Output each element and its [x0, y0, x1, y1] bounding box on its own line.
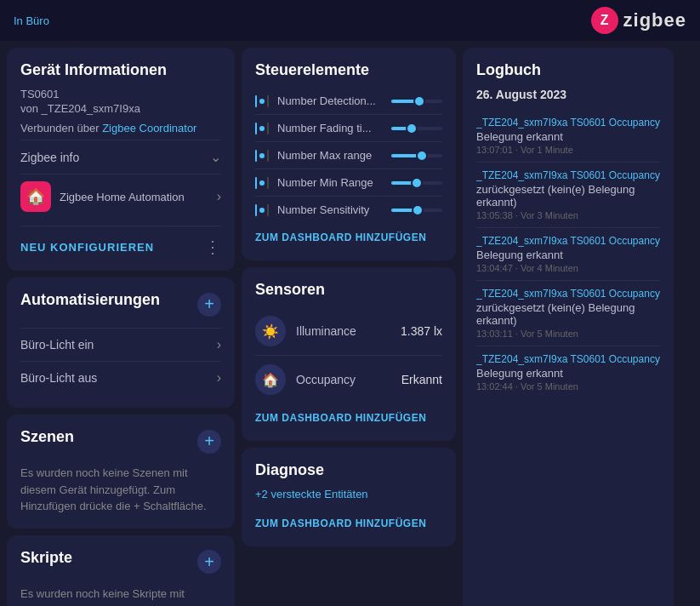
add-szene-button[interactable]: + [197, 430, 221, 454]
szenen-title: Szenen [20, 428, 74, 446]
steuerelemente-card: Steuerelemente Number Detection... Nu [242, 48, 456, 260]
device-via: von _TZE204_sxm7I9xa [20, 102, 221, 115]
logbuch-title: Logbuch [476, 61, 660, 79]
slider-icon-2 [255, 123, 269, 134]
zigbee-home-row[interactable]: 🏠 Zigbee Home Automation › [20, 174, 221, 219]
sensor-name-1: Illuminance [296, 324, 390, 338]
sensoren-card: Sensoren ☀️ Illuminance 1.387 lx 🏠 Occup… [242, 267, 456, 441]
slider-label-1: Number Detection... [277, 94, 383, 107]
log-event-2: zurückgesetzt (kein(e) Belegung erkannt) [476, 183, 660, 209]
sensor-dashboard-button[interactable]: ZUM DASHBOARD HINZUFÜGEN [255, 403, 426, 427]
slider-track-wrap-1[interactable] [391, 100, 442, 103]
log-entry-5: _TZE204_sxm7I9xa TS0601 Occupancy Belegu… [476, 346, 660, 398]
log-event-5: Belegung erkannt [476, 367, 660, 380]
add-skript-button[interactable]: + [197, 550, 221, 574]
auto-item-1-label: Büro-Licht ein [20, 338, 94, 352]
slider-row-2[interactable]: Number Fading ti... [255, 115, 442, 142]
chevron-right-icon: › [217, 370, 221, 386]
log-entry-1: _TZE204_sxm7I9xa TS0601 Occupancy Belegu… [476, 110, 660, 163]
szenen-card: Szenen + Es wurden noch keine Szenen mit… [7, 414, 235, 529]
log-event-1: Belegung erkannt [476, 130, 660, 143]
sensor-name-2: Occupancy [296, 373, 391, 386]
skripte-header: Skripte + [20, 549, 221, 575]
connected-via-label: Verbunden über Zigbee Coordinator [20, 122, 221, 134]
szenen-empty-text: Es wurden noch keine Szenen mit diesem G… [20, 465, 221, 515]
log-time-2: 13:05:38 · Vor 3 Minuten [476, 210, 660, 220]
logbuch-card: Logbuch 26. August 2023 _TZE204_sxm7I9xa… [463, 48, 674, 606]
log-scroll[interactable]: _TZE204_sxm7I9xa TS0601 Occupancy Belegu… [476, 110, 660, 606]
log-device-5: _TZE204_sxm7I9xa TS0601 Occupancy [476, 353, 660, 365]
log-event-3: Belegung erkannt [476, 249, 660, 261]
log-time-3: 13:04:47 · Vor 4 Minuten [476, 263, 660, 273]
top-bar: In Büro Z zigbee [0, 0, 700, 41]
add-automation-button[interactable]: + [197, 293, 221, 317]
log-device-1: _TZE204_sxm7I9xa TS0601 Occupancy [476, 117, 660, 129]
slider-track-wrap-3[interactable] [391, 154, 442, 157]
sensor-value-1: 1.387 lx [401, 324, 442, 338]
slider-row-1[interactable]: Number Detection... [255, 88, 442, 115]
slider-row-4[interactable]: Number Min Range [255, 169, 442, 197]
slider-label-4: Number Min Range [277, 176, 383, 189]
slider-icon-5 [255, 204, 269, 216]
steuer-dashboard-button[interactable]: ZUM DASHBOARD HINZUFÜGEN [255, 223, 426, 247]
slider-track-wrap-4[interactable] [391, 181, 442, 185]
skripte-title: Skripte [20, 549, 72, 567]
slider-label-3: Number Max range [277, 149, 383, 162]
neu-konfig-row: NEU KONFIGURIEREN ⋮ [20, 226, 221, 257]
auto-item-2[interactable]: Büro-Licht aus › [20, 361, 221, 394]
log-device-2: _TZE204_sxm7I9xa TS0601 Occupancy [476, 169, 660, 181]
log-entry-4: _TZE204_sxm7I9xa TS0601 Occupancy zurück… [476, 281, 660, 346]
diagnose-title: Diagnose [255, 461, 442, 479]
slider-label-2: Number Fading ti... [277, 122, 383, 134]
device-info-title: Gerät Informationen [20, 61, 221, 79]
occupancy-icon: 🏠 [255, 364, 286, 395]
log-event-4: zurückgesetzt (kein(e) Belegung erkannt) [476, 301, 660, 327]
location-label: In Büro [14, 14, 49, 27]
log-time-1: 13:07:01 · Vor 1 Minute [476, 145, 660, 155]
steuerelemente-title: Steuerelemente [255, 61, 442, 79]
slider-track-wrap-2[interactable] [391, 127, 442, 130]
chevron-right-icon: › [217, 337, 221, 352]
slider-label-5: Number Sensitivity [277, 203, 383, 216]
log-device-3: _TZE204_sxm7I9xa TS0601 Occupancy [476, 235, 660, 247]
auto-item-2-label: Büro-Licht aus [20, 371, 97, 385]
logbuch-date: 26. August 2023 [476, 88, 660, 101]
left-column: Gerät Informationen TS0601 von _TZE204_s… [7, 48, 235, 606]
zigbee-home-label: Zigbee Home Automation [60, 191, 185, 203]
szenen-header: Szenen + [20, 428, 221, 454]
skripte-card: Skripte + Es wurden noch keine Skripte m… [7, 535, 235, 607]
main-grid: Gerät Informationen TS0601 von _TZE204_s… [0, 41, 700, 606]
slider-icon-3 [255, 150, 269, 162]
diagnose-dashboard-button[interactable]: ZUM DASHBOARD HINZUFÜGEN [255, 509, 426, 533]
hidden-entities-link[interactable]: +2 versteckte Entitäten [255, 488, 442, 500]
slider-icon-1 [255, 95, 269, 107]
middle-column: Steuerelemente Number Detection... Nu [242, 48, 456, 606]
zigbee-home-left: 🏠 Zigbee Home Automation [20, 181, 185, 212]
automatisierungen-card: Automatisierungen + Büro-Licht ein › Bür… [7, 277, 235, 408]
device-info-card: Gerät Informationen TS0601 von _TZE204_s… [7, 48, 235, 271]
sensoren-title: Sensoren [255, 281, 442, 299]
zigbee-home-icon: 🏠 [20, 181, 51, 212]
log-device-4: _TZE204_sxm7I9xa TS0601 Occupancy [476, 288, 660, 300]
log-time-5: 13:02:44 · Vor 5 Minuten [476, 381, 660, 392]
zigbee-brand-text: zigbee [623, 9, 686, 31]
auto-header: Automatisierungen + [20, 291, 221, 317]
auto-title: Automatisierungen [20, 291, 160, 309]
zigbee-brand-icon: Z [591, 7, 618, 34]
slider-icon-4 [255, 177, 269, 189]
slider-track-wrap-5[interactable] [391, 209, 442, 212]
chevron-right-icon: › [217, 189, 221, 204]
slider-row-5[interactable]: Number Sensitivity [255, 197, 442, 223]
chevron-down-icon: ⌄ [210, 149, 221, 165]
log-time-4: 13:03:11 · Vor 5 Minuten [476, 329, 660, 339]
neu-konfig-button[interactable]: NEU KONFIGURIEREN [20, 241, 154, 254]
coordinator-link[interactable]: Zigbee Coordinator [102, 122, 196, 134]
zigbee-info-row[interactable]: Zigbee info ⌄ [20, 140, 221, 174]
zigbee-info-label: Zigbee info [20, 151, 79, 164]
sensor-row-2: 🏠 Occupancy Erkannt [255, 356, 442, 403]
auto-item-1[interactable]: Büro-Licht ein › [20, 328, 221, 361]
diagnose-card: Diagnose +2 versteckte Entitäten ZUM DAS… [242, 448, 456, 546]
slider-row-3[interactable]: Number Max range [255, 142, 442, 169]
more-options-button[interactable]: ⋮ [204, 237, 221, 257]
right-column: Logbuch 26. August 2023 _TZE204_sxm7I9xa… [463, 48, 674, 606]
